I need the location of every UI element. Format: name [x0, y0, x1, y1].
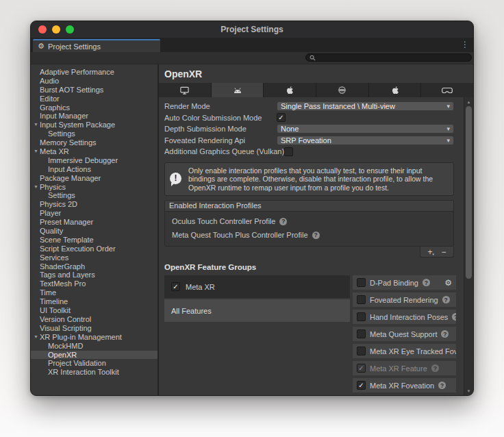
sidebar-item-tags-and-layers[interactable]: Tags and Layers [31, 271, 158, 279]
platform-tab-apple-vision[interactable] [369, 83, 422, 97]
sidebar-item-settings[interactable]: Settings [31, 129, 158, 138]
editor-tab-strip: ⚙ Project Settings ⋮ [31, 38, 473, 52]
dropdown[interactable]: Single Pass Instanced \ Multi-view▾ [277, 101, 454, 111]
project-settings-window: Project Settings ⚙ Project Settings ⋮ Ad… [30, 21, 474, 396]
checkbox[interactable]: ✓ [277, 113, 286, 122]
sidebar-item-time[interactable]: Time [31, 288, 158, 297]
sidebar-item-shadergraph[interactable]: ShaderGraph [31, 262, 158, 271]
feature-row-meta-xr-feature[interactable]: ✓Meta XR Feature? [353, 361, 456, 375]
platform-tab-apple[interactable] [264, 83, 316, 97]
feature-row-meta-xr-foveation[interactable]: ✓Meta XR Foveation? [353, 378, 456, 392]
vertical-scrollbar[interactable]: ▲ ▼ [464, 97, 473, 395]
sidebar-item-package-manager[interactable]: Package Manager [31, 174, 158, 183]
sidebar-item-adaptive-performance[interactable]: Adaptive Performance [31, 68, 158, 77]
sidebar-item-label: TextMesh Pro [40, 279, 86, 288]
sidebar-item-audio[interactable]: Audio [31, 77, 158, 86]
sidebar-item-input-manager[interactable]: Input Manager [31, 112, 158, 121]
content-wrap: Render ModeSingle Pass Instanced \ Multi… [159, 97, 473, 395]
gear-icon: ⚙ [38, 42, 45, 51]
sidebar-item-label: UI Toolkit [40, 306, 71, 315]
sidebar-item-editor[interactable]: Editor [31, 95, 158, 103]
sidebar-item-openxr[interactable]: OpenXR [31, 351, 158, 360]
dropdown[interactable]: SRP Foveation▾ [277, 136, 454, 145]
search-field[interactable] [305, 53, 472, 62]
sidebar-item-player[interactable]: Player [31, 209, 158, 218]
sidebar-item-immersive-debugger[interactable]: Immersive Debugger [31, 156, 158, 165]
platform-tab-bar [159, 83, 473, 97]
foldout-arrow-icon: ▼ [32, 333, 40, 342]
feature-label: Meta Quest Support [370, 330, 437, 338]
sidebar-item-burst-aot-settings[interactable]: Burst AOT Settings [31, 86, 158, 95]
tab-project-settings[interactable]: ⚙ Project Settings [33, 39, 160, 52]
checkbox[interactable]: ✓ [357, 381, 366, 390]
interaction-profile-row[interactable]: Meta Quest Touch Plus Controller Profile… [165, 228, 453, 242]
checkbox[interactable]: ✓ [357, 295, 366, 304]
checkbox[interactable]: ✓ [284, 147, 293, 156]
sidebar-item-input-actions[interactable]: Input Actions [31, 165, 158, 174]
search-input[interactable] [318, 54, 455, 61]
feature-row-meta-xr-eye-tracked-foveation[interactable]: ✓Meta XR Eye Tracked Foveation? [353, 344, 456, 358]
feature-group-all-features[interactable]: All Features [164, 299, 350, 322]
interaction-profile-row[interactable]: Oculus Touch Controller Profile? [165, 214, 453, 228]
sidebar-item-project-validation[interactable]: Project Validation [31, 359, 158, 368]
checkbox[interactable]: ✓ [357, 329, 366, 338]
sidebar-item-label: Audio [40, 77, 59, 86]
feature-row-foveated-rendering[interactable]: ✓Foveated Rendering? [353, 292, 456, 307]
sidebar-item-script-execution-order[interactable]: Script Execution Order [31, 245, 158, 253]
scrollbar-thumb[interactable] [466, 106, 472, 279]
platform-tab-android[interactable] [212, 83, 264, 97]
feature-row-meta-quest-support[interactable]: ✓Meta Quest Support?⚙ [353, 327, 456, 341]
sidebar-item-physics[interactable]: ▼Physics [31, 183, 158, 192]
sidebar-item-version-control[interactable]: Version Control [31, 315, 158, 324]
sidebar-item-preset-manager[interactable]: Preset Manager [31, 218, 158, 227]
checkbox[interactable]: ✓ [357, 278, 366, 287]
scroll-up-icon[interactable]: ▲ [464, 98, 473, 105]
main-panel: OpenXR Render ModeSingle Pass Instanced … [159, 64, 473, 395]
xr-headset-platform-icon [442, 86, 453, 95]
sidebar-item-settings[interactable]: Settings [31, 191, 158, 200]
feature-group-meta-xr[interactable]: ✓Meta XR [164, 275, 350, 298]
sidebar-item-timeline[interactable]: Timeline [31, 297, 158, 306]
platform-tab-xr-headset[interactable] [421, 83, 473, 97]
sidebar-item-ui-toolkit[interactable]: UI Toolkit [31, 306, 158, 315]
add-profile-button[interactable]: +▾ [427, 248, 434, 256]
settings-sidebar[interactable]: Adaptive PerformanceAudioBurst AOT Setti… [31, 64, 159, 395]
sidebar-item-scene-template[interactable]: Scene Template [31, 236, 158, 245]
sidebar-item-label: XR Plug-in Management [40, 333, 122, 342]
add-remove-group: +▾ − [420, 247, 454, 258]
feature-row-hand-interaction-poses[interactable]: ✓Hand Interaction Poses? [353, 310, 456, 324]
scroll-down-icon[interactable]: ▼ [464, 387, 473, 395]
check-icon: ✓ [278, 114, 284, 121]
platform-tab-desktop[interactable] [159, 83, 212, 97]
sidebar-item-graphics[interactable]: Graphics [31, 103, 158, 112]
sidebar-item-xr-plug-in-management[interactable]: ▼XR Plug-in Management [31, 333, 158, 342]
foldout-arrow-icon: ▼ [32, 147, 40, 156]
checkbox[interactable]: ✓ [357, 312, 366, 321]
feature-label: Meta XR Feature [370, 364, 427, 373]
setting-label: Foveated Rendering Api [164, 136, 277, 145]
sidebar-item-physics-2d[interactable]: Physics 2D [31, 200, 158, 209]
tab-menu-icon[interactable]: ⋮ [461, 40, 469, 49]
sidebar-item-visual-scripting[interactable]: Visual Scripting [31, 324, 158, 333]
sidebar-item-xr-interaction-toolkit[interactable]: XR Interaction Toolkit [31, 368, 158, 377]
checkbox[interactable]: ✓ [357, 364, 366, 373]
sidebar-item-mockhmd[interactable]: MockHMD [31, 342, 158, 351]
sidebar-item-label: Version Control [40, 315, 91, 324]
sidebar-item-textmesh-pro[interactable]: TextMesh Pro [31, 279, 158, 288]
apple-vision-platform-icon [391, 86, 399, 95]
checkbox[interactable]: ✓ [357, 347, 366, 355]
sidebar-item-quality[interactable]: Quality [31, 227, 158, 236]
sidebar-item-services[interactable]: Services [31, 253, 158, 262]
platform-tab-sphere[interactable] [316, 83, 369, 97]
info-text: Only enable interaction profiles that yo… [188, 166, 449, 192]
sidebar-list: Adaptive PerformanceAudioBurst AOT Setti… [31, 68, 158, 377]
sidebar-item-meta-xr[interactable]: ▼Meta XR [31, 147, 158, 156]
titlebar: Project Settings [31, 21, 473, 38]
checkbox[interactable]: ✓ [171, 282, 180, 291]
dropdown[interactable]: None▾ [277, 124, 454, 134]
sidebar-item-memory-settings[interactable]: Memory Settings [31, 138, 158, 147]
sidebar-item-input-system-package[interactable]: ▼Input System Package [31, 121, 158, 129]
gear-icon[interactable]: ⚙ [444, 278, 452, 288]
feature-row-d-pad-binding[interactable]: ✓D-Pad Binding?⚙ [353, 275, 456, 290]
remove-profile-button[interactable]: − [442, 248, 446, 256]
